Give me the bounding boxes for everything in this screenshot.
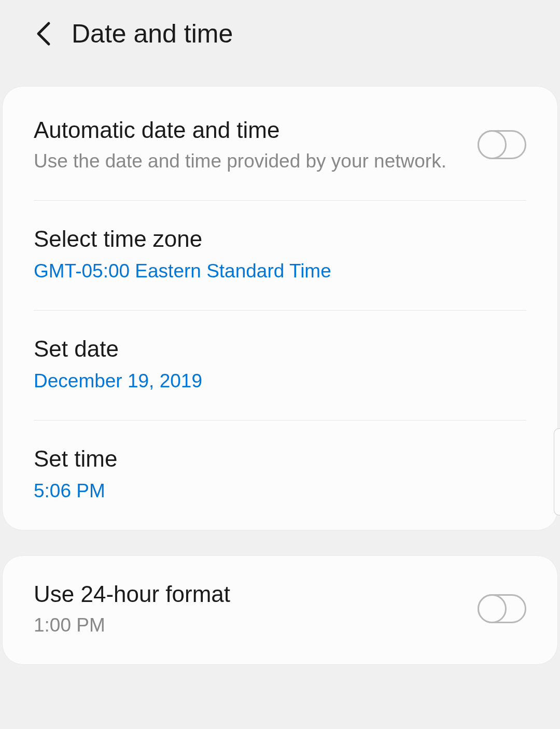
- automatic-date-time-row[interactable]: Automatic date and time Use the date and…: [3, 87, 557, 200]
- time-row[interactable]: Set time 5:06 PM: [3, 420, 557, 530]
- automatic-date-time-content: Automatic date and time Use the date and…: [34, 116, 478, 174]
- date-value: December 19, 2019: [34, 368, 516, 394]
- automatic-date-time-title: Automatic date and time: [34, 116, 467, 144]
- settings-card-2: Use 24-hour format 1:00 PM: [2, 555, 558, 665]
- format24-row[interactable]: Use 24-hour format 1:00 PM: [3, 556, 557, 664]
- timezone-value: GMT-05:00 Eastern Standard Time: [34, 258, 516, 284]
- format24-content: Use 24-hour format 1:00 PM: [34, 580, 478, 638]
- format24-title: Use 24-hour format: [34, 580, 467, 608]
- back-icon[interactable]: [35, 20, 52, 47]
- time-title: Set time: [34, 444, 516, 473]
- timezone-row[interactable]: Select time zone GMT-05:00 Eastern Stand…: [3, 201, 557, 310]
- timezone-title: Select time zone: [34, 225, 516, 253]
- automatic-date-time-subtitle: Use the date and time provided by your n…: [34, 148, 467, 174]
- automatic-date-time-toggle[interactable]: [478, 130, 526, 159]
- date-row[interactable]: Set date December 19, 2019: [3, 311, 557, 420]
- scroll-indicator[interactable]: [554, 428, 560, 515]
- time-content: Set time 5:06 PM: [34, 444, 526, 504]
- format24-toggle[interactable]: [478, 594, 526, 623]
- settings-card-1: Automatic date and time Use the date and…: [2, 86, 558, 530]
- date-content: Set date December 19, 2019: [34, 334, 526, 394]
- timezone-content: Select time zone GMT-05:00 Eastern Stand…: [34, 225, 526, 284]
- time-value: 5:06 PM: [34, 478, 516, 504]
- format24-subtitle: 1:00 PM: [34, 612, 467, 638]
- page-title: Date and time: [72, 19, 233, 49]
- date-title: Set date: [34, 334, 516, 363]
- header: Date and time: [0, 0, 560, 75]
